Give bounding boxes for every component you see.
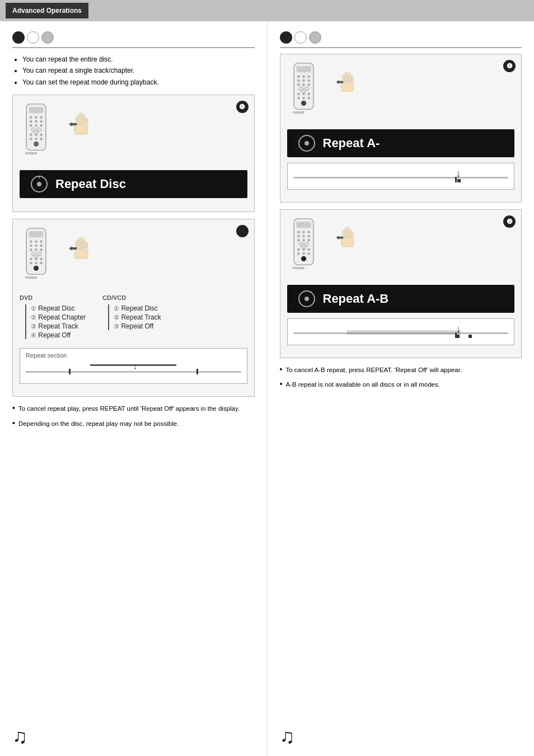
left-bullet-list: You can repeat the entire disc. You can … — [12, 54, 255, 88]
svg-point-14 — [30, 134, 32, 137]
svg-point-81 — [302, 97, 305, 100]
svg-rect-90 — [351, 77, 353, 82]
right-step1-remote-row: PIONEER — [287, 62, 515, 124]
right-display-box-1: Repeat A- — [287, 129, 515, 157]
cd-mode-list: ① Repeat Disc ② Repeat Track ③ Repeat Of… — [108, 304, 161, 330]
svg-point-94 — [305, 141, 309, 145]
svg-point-42 — [35, 248, 38, 251]
svg-point-48 — [35, 258, 38, 261]
svg-point-113 — [302, 252, 305, 255]
svg-point-5 — [30, 120, 32, 123]
svg-point-68 — [297, 79, 300, 82]
svg-point-105 — [307, 239, 310, 242]
svg-point-40 — [40, 245, 43, 247]
svg-point-83 — [301, 101, 306, 106]
right-circle-2 — [294, 31, 307, 44]
right-footnotes: To cancel A-B repeat, press REPEAT. 'Rep… — [280, 365, 522, 390]
hand-press-2 — [64, 233, 98, 268]
svg-point-99 — [307, 231, 310, 233]
svg-point-73 — [307, 83, 310, 86]
svg-point-53 — [34, 266, 39, 271]
svg-point-79 — [307, 93, 310, 96]
right-step1-box: ❶ — [280, 54, 522, 203]
svg-point-20 — [34, 142, 39, 147]
svg-rect-89 — [348, 75, 350, 82]
svg-point-41 — [30, 248, 32, 251]
svg-rect-26 — [82, 116, 85, 124]
svg-rect-25 — [79, 116, 81, 124]
left-column: You can repeat the entire disc. You can … — [0, 21, 268, 756]
svg-point-82 — [307, 97, 310, 100]
svg-point-80 — [297, 97, 300, 100]
right-step1-number: ❶ — [503, 60, 516, 72]
svg-point-70 — [307, 79, 310, 82]
circle-1 — [12, 31, 25, 44]
bullet-2: You can repeat a single track/chapter. — [22, 65, 255, 76]
left-timeline: Repeat section ↓ — [20, 348, 247, 384]
right-step2-number: ❷ — [503, 215, 516, 228]
left-display-text-1: Repeat Disc — [55, 177, 126, 191]
left-timeline-label: Repeat section — [26, 352, 241, 359]
svg-rect-92 — [339, 81, 343, 83]
svg-point-4 — [40, 116, 43, 119]
svg-point-98 — [302, 231, 305, 233]
svg-rect-62 — [72, 247, 77, 250]
music-note-left: ♫ — [12, 725, 27, 748]
disc-icon-3 — [297, 289, 316, 308]
svg-marker-123 — [336, 236, 339, 240]
svg-point-71 — [297, 83, 300, 86]
right-section-header — [280, 31, 522, 44]
left-step2-box: PIONEER — [12, 219, 255, 397]
svg-rect-58 — [79, 240, 81, 248]
svg-point-9 — [35, 124, 38, 127]
right-display-text-2: Repeat A-B — [323, 292, 389, 306]
svg-point-78 — [302, 93, 305, 96]
hand-svg-2 — [64, 233, 98, 266]
dvd-mode-4: ④ Repeat Off — [31, 331, 86, 339]
svg-rect-122 — [351, 232, 353, 237]
circle-3 — [41, 31, 54, 44]
hand-svg-3 — [332, 68, 363, 98]
left-step2-remote-row: PIONEER — [20, 227, 247, 289]
svg-rect-88 — [345, 74, 347, 82]
svg-point-15 — [35, 134, 38, 137]
bullet-3: You can set the repeat mode during playb… — [22, 77, 255, 88]
hand-svg-4 — [332, 223, 363, 254]
svg-point-104 — [302, 239, 305, 242]
dvd-label: DVD — [20, 294, 86, 301]
svg-text:PIONEER: PIONEER — [25, 276, 37, 279]
svg-rect-124 — [339, 237, 343, 239]
svg-point-49 — [40, 258, 43, 261]
svg-point-126 — [305, 297, 309, 301]
svg-point-72 — [302, 83, 305, 86]
svg-point-31 — [37, 182, 41, 186]
svg-point-115 — [301, 256, 306, 261]
svg-point-2 — [30, 116, 32, 119]
svg-rect-120 — [345, 230, 347, 237]
left-display-box-1: Repeat Disc — [20, 170, 247, 198]
right-column: ❶ — [268, 21, 535, 756]
header-tab: Advanced Operations — [6, 3, 88, 18]
circle-2 — [27, 31, 39, 44]
svg-point-111 — [307, 248, 310, 251]
bullet-1: You can repeat the entire disc. — [22, 54, 255, 65]
svg-point-66 — [302, 75, 305, 78]
left-step1-number: ❶ — [236, 101, 249, 113]
hand-press-1 — [64, 109, 98, 147]
svg-rect-96 — [296, 222, 311, 228]
modes-container: DVD ① Repeat Disc ② Repeat Chapter ③ Rep… — [20, 294, 247, 342]
svg-rect-86 — [341, 82, 353, 92]
remote-svg-1: PIONEER — [20, 103, 53, 165]
svg-point-8 — [30, 124, 32, 127]
svg-text:PIONEER: PIONEER — [293, 111, 305, 114]
svg-rect-59 — [82, 241, 85, 248]
hand-svg-1 — [64, 109, 98, 142]
cd-modes: CD/VCD ① Repeat Disc ② Repeat Track ③ Re… — [102, 294, 161, 342]
remote-svg-4: PIONEER — [287, 218, 321, 279]
svg-marker-61 — [69, 246, 72, 251]
left-section-line — [12, 47, 255, 48]
svg-point-109 — [297, 248, 300, 251]
right-step2-remote-row: PIONEER — [287, 218, 515, 279]
svg-marker-28 — [69, 122, 72, 126]
svg-point-18 — [35, 138, 38, 140]
